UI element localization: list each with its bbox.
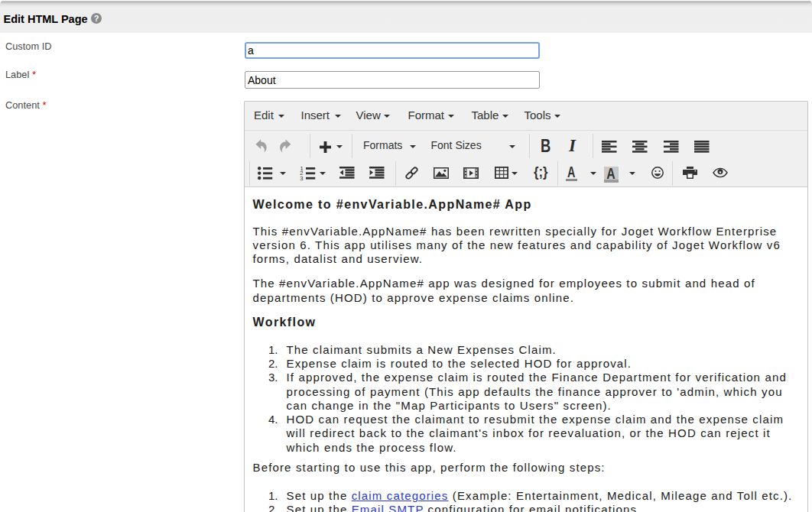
svg-text:3: 3 [300, 174, 303, 181]
